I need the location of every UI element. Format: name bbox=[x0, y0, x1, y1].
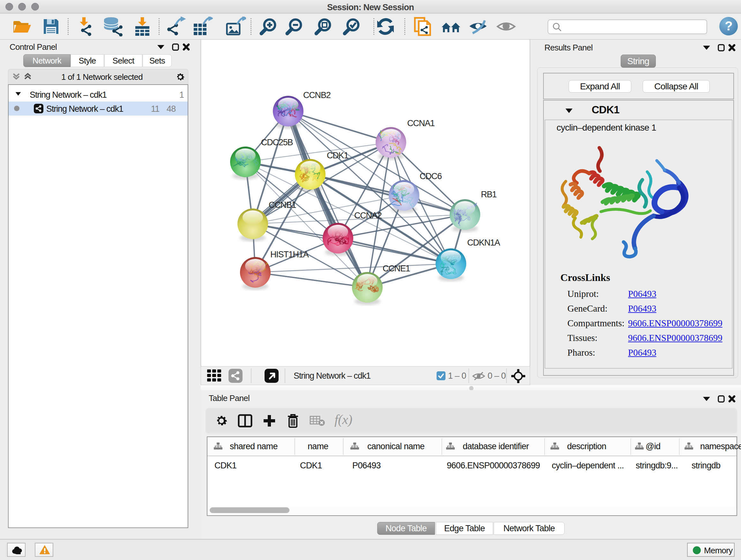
svg-text:CDKN1A: CDKN1A bbox=[467, 238, 500, 247]
svg-text:RB1: RB1 bbox=[481, 190, 496, 199]
svg-text:CDC25B: CDC25B bbox=[261, 138, 293, 147]
svg-text:CCNA2: CCNA2 bbox=[354, 211, 382, 220]
svg-text:CCNB2: CCNB2 bbox=[303, 90, 331, 100]
svg-text:CCNB1: CCNB1 bbox=[269, 200, 296, 210]
svg-text:CCNE1: CCNE1 bbox=[383, 264, 410, 273]
svg-text:HIST1H1A: HIST1H1A bbox=[270, 250, 309, 259]
svg-text:CCNA1: CCNA1 bbox=[407, 118, 434, 128]
svg-text:CDC6: CDC6 bbox=[420, 172, 442, 181]
svg-text:CDK1: CDK1 bbox=[327, 151, 348, 160]
